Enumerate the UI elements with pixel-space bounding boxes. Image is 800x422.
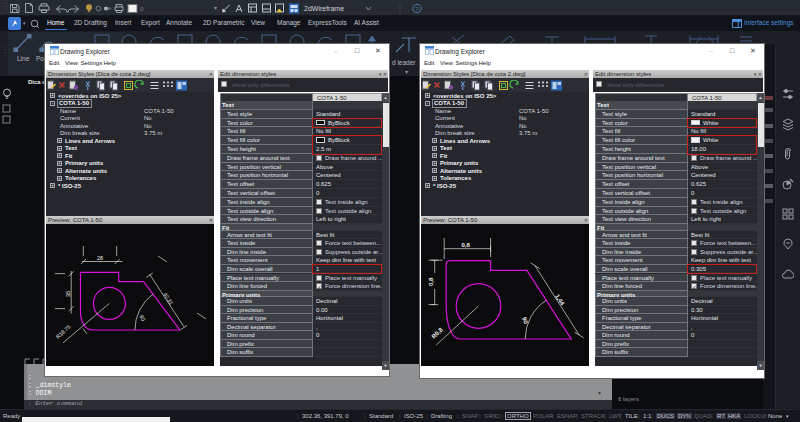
svg-text:?: ? <box>415 6 419 12</box>
svg-text:Po: Po <box>36 55 44 62</box>
svg-text:d leader: d leader <box>392 59 416 66</box>
svg-text:Line: Line <box>17 55 30 62</box>
svg-text:28: 28 <box>97 255 103 261</box>
svg-text:40.31: 40.31 <box>162 291 174 306</box>
svg-text:0,8: 0,8 <box>462 242 471 248</box>
svg-text:▾: ▾ <box>405 69 408 74</box>
svg-text:2dWireframe: 2dWireframe <box>304 5 344 12</box>
svg-text:1,44: 1,44 <box>554 293 566 307</box>
svg-text:35: 35 <box>65 291 71 297</box>
svg-text:R0,8: R0,8 <box>431 326 445 340</box>
svg-text:0: 0 <box>140 6 144 12</box>
svg-text:60: 60 <box>139 314 147 322</box>
svg-text:0,8: 0,8 <box>428 277 434 286</box>
